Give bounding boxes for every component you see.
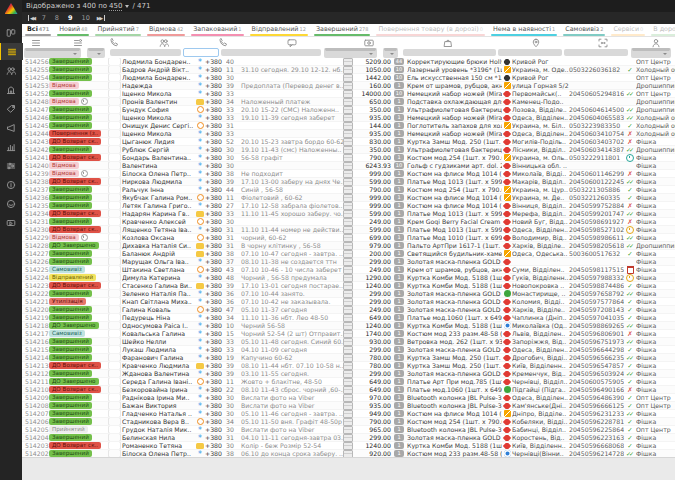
tab-Новий[interactable]: Новий48 [54,24,92,36]
carrier-np-icon [503,419,511,425]
delivery-city: Володимир, Від.. [512,234,569,241]
tab-Завершений[interactable]: Завершений278 [311,24,374,36]
column-header-agent-icon[interactable] [636,38,675,48]
payment-icon [343,234,353,242]
ttn-status-ok-icon: ✓ [627,186,632,194]
carrier-np-icon [503,307,511,313]
filter-source[interactable] [631,48,671,58]
ttn-status-ok2-icon: ✓✓ [626,242,634,249]
column-header-status-icon[interactable] [49,38,106,48]
country-flag-icon [106,186,122,193]
country-flag-icon [106,170,122,177]
sidebar-item-kanban-icon[interactable] [0,24,22,41]
filter-comment[interactable] [221,49,321,56]
delivery-city: Суми, Відділен.. [512,266,569,273]
order-count: 39 [226,178,241,185]
page-number-7[interactable]: 7 [42,14,46,22]
sidebar-item-sliders-icon[interactable] [0,157,22,174]
order-comment: 05.10 11-37 сегодня [241,306,343,313]
carrier-np-icon [503,347,511,353]
ttn-status-ok-icon: ✓ [627,282,632,290]
tab-Відмова[interactable]: Відмова42 [144,24,188,36]
column-header-incoming-call-icon[interactable] [106,38,122,48]
tab-Повернення товару (в дорозі)[interactable]: Повернення товару (в дорозі)0 [373,24,487,36]
column-header-rows-icon[interactable] [22,38,49,48]
order-comment: 07.10 10-46 - 10 числа заберет [241,266,343,273]
order-comment: Чорний , 56-58 предумала [241,274,343,281]
order-source: Фішка [636,258,675,265]
client-phone: +380 [205,274,226,281]
filter-name[interactable] [110,49,181,56]
country-flag-icon [106,114,122,121]
client-phone: +380 [205,314,226,321]
order-id: 514220 [22,306,49,313]
order-status: Завершений [49,290,106,297]
ttn-status-ok2-icon: ✓✓ [626,450,634,457]
filter-qty[interactable] [383,48,398,58]
column-header-users-icon[interactable] [122,38,205,48]
filter-city[interactable] [498,49,562,56]
tab-Запакований[interactable]: Запакований1 [188,24,246,36]
order-comment: 08.10 11-38 не создается ттн [241,258,343,265]
order-comment: 11.10 11-36 нбт. Лео 48-50 [241,314,343,321]
filter-status[interactable] [24,48,81,58]
quantity-badge: 1 [394,362,404,369]
filter-phone[interactable] [183,48,219,57]
tab-count-badge: 0 [480,26,483,32]
order-id: 514235 [22,202,49,209]
filter-country[interactable] [87,48,105,58]
column-header-comment-icon[interactable] [241,38,343,48]
first-page-button[interactable]: ◀◀ [28,15,35,21]
tab-Прийнятий[interactable]: Прийнятий7 [92,24,143,36]
column-header-phone-icon[interactable] [205,38,241,48]
order-total: 14000.00 [354,90,394,97]
page-number-8[interactable]: 8 [55,14,59,22]
order-total: 699.00 [354,234,394,241]
filter-ttn[interactable] [564,49,628,56]
sidebar-item-chart-icon[interactable] [0,138,22,155]
tracking-number: 5003600517632 [569,250,624,257]
sidebar-item-support-icon[interactable] [0,195,22,212]
column-header-bag-icon[interactable] [394,38,502,48]
column-header-scan-icon[interactable] [569,38,636,48]
tab-Відправлений[interactable]: Відправлений12 [247,24,311,36]
sidebar-item-orders-list-icon[interactable] [0,43,23,60]
order-count: 33 [226,338,241,345]
column-header-pin-icon[interactable] [502,38,569,48]
product-name: Платье мод.1060 (1шт. x 649.00 .. [407,386,502,393]
country-flag-icon [106,266,122,273]
page-number-9[interactable]: 9 [68,14,73,22]
quantity-badge: 1 [394,114,404,121]
tab-Нема в наявності[interactable]: Нема в наявності1 [488,24,560,36]
delivery-city: Лісники, Відділ.. [512,146,569,153]
carrier-np-icon [503,147,511,153]
order-total: 299.00 [354,258,394,265]
column-header-money-icon[interactable] [343,38,394,48]
payment-icon [343,418,353,426]
tab-Самовивіз[interactable]: Самовивіз2 [560,24,608,36]
order-comment: 19.10 11-39 сегодня заберет [241,114,343,121]
order-id: 514209 [22,394,49,401]
tab-Всі[interactable]: Всі471 [22,24,54,36]
client-name: Жданова Валентина [122,370,195,377]
sidebar-item-video-icon[interactable] [0,214,22,231]
tab-В дорозі додому[interactable]: В дорозі додому0 [648,24,675,36]
order-status: Завершений [49,90,106,97]
sidebar-item-users-icon[interactable] [0,62,22,79]
carrier-np-icon [503,179,511,185]
app-logo-icon[interactable] [5,3,18,14]
sidebar-item-megaphone-icon[interactable] [0,119,22,136]
order-status: Завершений [49,58,106,65]
last-page-button[interactable]: ▶▶ [97,15,105,21]
page-number-10[interactable]: 10 [82,14,90,22]
filter-product[interactable] [403,49,496,56]
tracking-number: 20450600122245 [569,178,624,185]
sidebar-item-tags-icon[interactable] [0,100,22,117]
page-end-dropdown[interactable]: 450 [109,2,122,11]
delivery-city: Лозова, Відділе.. [512,106,569,113]
sidebar-item-building-icon[interactable] [0,81,22,98]
filter-price[interactable] [324,48,377,58]
sidebar-item-info-icon[interactable] [0,176,22,193]
tab-Сервіси[interactable]: Сервіси0 [608,24,648,36]
quantity-badge: 1 [394,98,404,105]
